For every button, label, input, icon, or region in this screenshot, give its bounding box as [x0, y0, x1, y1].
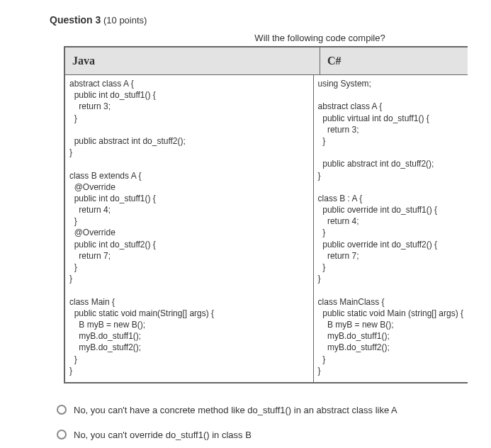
- radio-icon[interactable]: [57, 405, 67, 415]
- question-prompt: Will the following code compile?: [99, 33, 491, 43]
- question-header: Question 3 (10 points): [50, 14, 491, 26]
- option-label: No, you can't have a concrete method lik…: [74, 405, 397, 415]
- header-csharp: C#: [320, 47, 468, 75]
- question-number: Question 3: [50, 14, 101, 26]
- table-header-row: Java C#: [65, 47, 468, 75]
- csharp-code: using System; abstract class A { public …: [314, 75, 468, 382]
- options-group: No, you can't have a concrete method lik…: [57, 405, 491, 448]
- table-code-row: abstract class A { public int do_stuff1(…: [65, 75, 468, 382]
- code-table: Java C# abstract class A { public int do…: [64, 46, 468, 383]
- java-code: abstract class A { public int do_stuff1(…: [65, 75, 314, 382]
- option-label: No, you can't override do_stuff1() in cl…: [74, 430, 252, 440]
- option-2[interactable]: No, you can't override do_stuff1() in cl…: [57, 430, 491, 440]
- header-java: Java: [65, 47, 320, 75]
- option-1[interactable]: No, you can't have a concrete method lik…: [57, 405, 491, 415]
- question-points: (10 points): [103, 15, 147, 26]
- radio-icon[interactable]: [57, 430, 67, 439]
